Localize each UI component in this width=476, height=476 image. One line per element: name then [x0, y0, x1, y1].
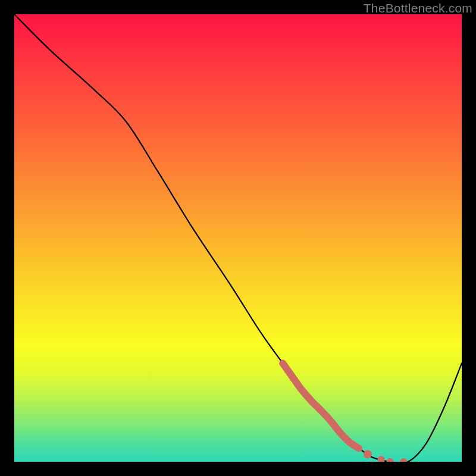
gradient-background — [14, 14, 462, 462]
plot-frame — [14, 14, 462, 462]
chart-svg — [14, 14, 462, 462]
watermark-text: TheBottleneck.com — [364, 1, 472, 15]
highlight-dot — [364, 450, 372, 458]
